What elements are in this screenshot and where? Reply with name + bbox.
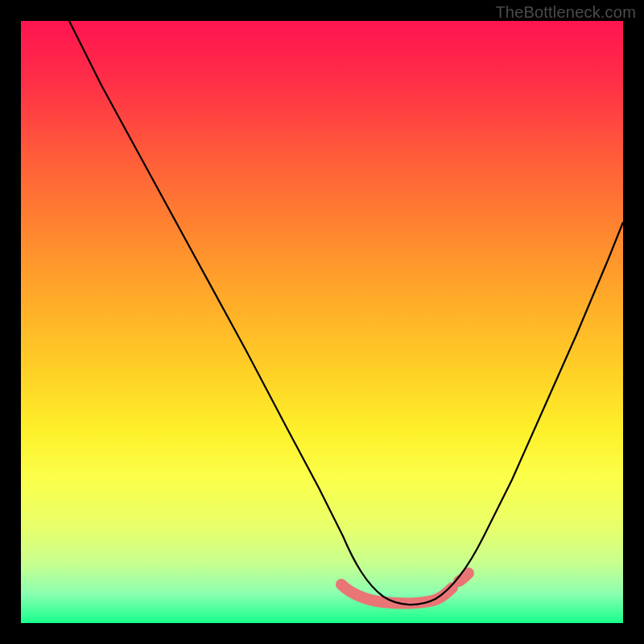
bottleneck-curve [69, 21, 623, 605]
curve-layer [21, 21, 623, 623]
chart-frame: TheBottleneck.com [0, 0, 644, 644]
watermark-text: TheBottleneck.com [495, 3, 636, 22]
plot-area [21, 21, 623, 623]
